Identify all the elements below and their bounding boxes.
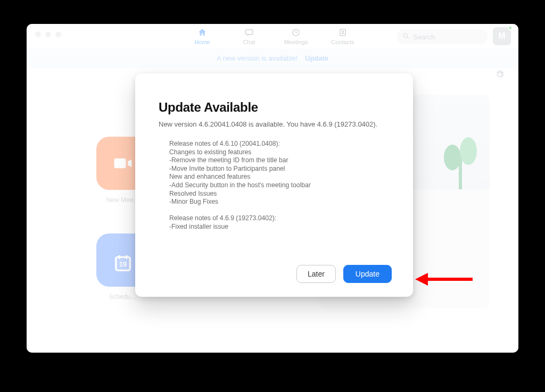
nav-home[interactable]: Home	[189, 27, 215, 45]
svg-point-3	[342, 31, 344, 32]
svg-rect-5	[114, 159, 126, 168]
dialog-subtitle: New version 4.6.20041.0408 is available.…	[159, 120, 390, 128]
search-input[interactable]: Search	[397, 29, 488, 44]
svg-point-7	[444, 145, 461, 170]
clock-icon	[291, 27, 301, 38]
dialog-title: Update Available	[159, 100, 390, 115]
avatar[interactable]: M	[493, 27, 511, 45]
release-notes: Release notes of 4.6.10 (20041.0408): Ch…	[159, 140, 390, 260]
update-button[interactable]: Update	[343, 265, 392, 283]
update-banner: A new version is available! Update	[27, 48, 518, 68]
nav-contacts[interactable]: Contacts	[330, 27, 356, 45]
plant-icon	[442, 131, 479, 189]
release-notes-text: Release notes of 4.6.10 (20041.0408): Ch…	[169, 140, 390, 231]
banner-update-link[interactable]: Update	[305, 54, 328, 62]
nav-chat[interactable]: Chat	[236, 27, 262, 45]
avatar-initial: M	[498, 31, 505, 41]
contacts-icon	[337, 27, 348, 38]
settings-gear-icon[interactable]	[495, 70, 505, 81]
nav-chat-label: Chat	[236, 39, 262, 45]
calendar-day: 19	[119, 260, 127, 268]
search-placeholder: Search	[413, 33, 435, 41]
update-dialog: Update Available New version 4.6.20041.0…	[135, 73, 413, 297]
attention-arrow-icon	[415, 266, 474, 295]
svg-rect-0	[245, 30, 253, 35]
svg-marker-10	[415, 273, 428, 286]
search-icon	[402, 32, 410, 41]
home-icon	[197, 27, 208, 38]
svg-point-4	[403, 34, 407, 37]
nav-home-label: Home	[189, 39, 215, 45]
presence-dot	[508, 26, 513, 30]
svg-point-8	[460, 137, 477, 165]
chat-icon	[244, 27, 254, 38]
nav-contacts-label: Contacts	[330, 39, 356, 45]
dialog-actions: Later Update	[159, 265, 392, 283]
later-button[interactable]: Later	[296, 265, 336, 283]
nav-meetings-label: Meetings	[283, 39, 309, 45]
nav-meetings[interactable]: Meetings	[283, 27, 309, 45]
banner-text: A new version is available!	[217, 54, 298, 62]
